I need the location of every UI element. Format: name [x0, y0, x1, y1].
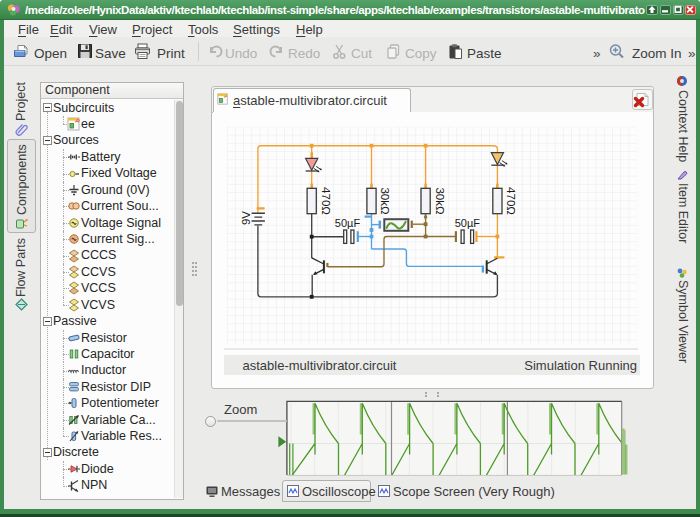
- svg-text:50µF: 50µF: [335, 217, 361, 229]
- svg-text:30kΩ: 30kΩ: [379, 187, 391, 215]
- svg-text:9V: 9V: [240, 211, 252, 225]
- svg-text:470Ω: 470Ω: [505, 187, 517, 215]
- svg-text:30kΩ: 30kΩ: [434, 187, 446, 215]
- svg-text:50µF: 50µF: [455, 217, 481, 229]
- svg-text:470Ω: 470Ω: [320, 187, 332, 215]
